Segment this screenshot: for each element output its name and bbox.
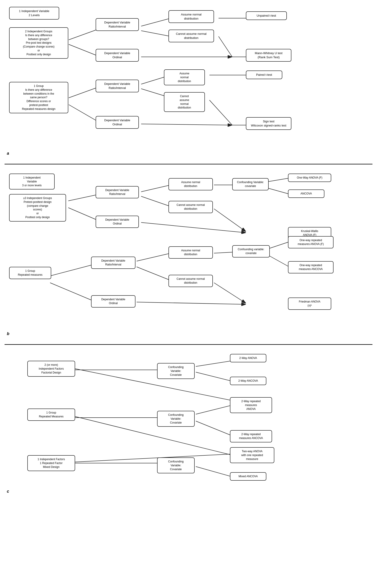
svg-line-26 [50,265,93,276]
svg-line-29 [137,267,171,281]
svg-line-38 [196,372,232,381]
two-way-rm-anova-box: 2-Way repeatedmeasuresANOVA [230,397,272,413]
svg-line-45 [196,466,232,477]
cannot-norm-b1-box: Cannot assume normaldistribution [168,201,213,213]
conf-var-c3-box: ConfoundingVariable:Covariate [157,457,195,473]
unpaired-t-box: Unpaired t-test [246,11,287,20]
cannot-norm-b2-box: Cannot assume normaldistribution [168,275,213,287]
svg-line-23 [141,223,246,233]
svg-line-5 [219,36,232,57]
one-way-rm-ancova-box: One-way repeatedmeasures ANCOVA [288,261,333,273]
group1-rm-box: 1 GroupRepeated measures [9,267,51,279]
one-way-rm-anova-box: One-way repeatedmeasures ANOVA (F) [288,236,333,249]
svg-line-46 [75,454,232,462]
conf-var-c1-box: ConfoundingVariable:Covariate [157,363,195,379]
svg-line-37 [196,361,232,366]
dep-var-ratio-b2-box: Dependent VariableRatio/Interval [91,257,135,269]
iv2levels-box: 1 Independent Variable2 Levels [9,7,59,20]
mixed-ancova-box: Mixed ANCOVA [230,472,266,481]
one-way-anova-box: One-Way ANOVA (F) [288,174,331,182]
svg-line-41 [196,421,232,436]
iv1-box: 1 IndependentVariable3 or more levels [9,174,55,190]
assume-norm1-box: Assume normaldistribution [168,10,214,23]
two-way-rm-ancova-box: 2-Way repeatedmeasures ANCOVA [230,430,272,442]
section-b: 1 IndependentVariable3 or more levels ≥3… [5,171,372,335]
ancova1-box: ANCOVA [288,190,324,198]
dep-var-ratio1-box: Dependent VariableRatio/interval [96,18,139,31]
dep-var-ord-b1-box: Dependent VariableOrdinal [96,216,139,228]
assume-norm-b1-box: Assume normaldistribution [168,178,213,190]
svg-line-27 [50,283,93,301]
cannot-norm2-box: Cannotassumenormaldistribution [164,92,205,112]
svg-line-43 [75,369,232,401]
svg-line-20 [141,196,171,206]
factors2-box: 2 (or more)Independent FactorsFactorial … [27,361,75,377]
svg-line-14 [141,124,232,125]
divider-ab [5,164,372,164]
svg-line-24 [269,178,289,181]
svg-line-13 [210,100,232,125]
factors1rm-box: 1 Independent Factors1 Repeated FactorMi… [27,455,75,471]
dep-var-ord-b2-box: Dependent VariableOrdinal [91,295,135,307]
svg-line-19 [141,185,171,192]
svg-line-28 [137,253,171,261]
group1-rm2-box: 1 GroupRepeated Measures [27,408,75,421]
dep-var-ord1-box: Dependent VariableOrdinal [96,49,139,62]
svg-line-30 [214,252,235,253]
two-way-ancova-box: 2-Way ANCOVA [230,377,266,385]
svg-line-40 [196,405,232,414]
svg-line-0 [69,28,100,40]
svg-line-44 [75,417,232,455]
svg-line-2 [141,18,171,26]
svg-line-3 [141,31,171,36]
svg-line-34 [269,255,289,267]
dep-var-ord2-box: Dependent VariableOrdinal [96,116,139,129]
cannot-norm1-box: Cannot assume normaldistribution [168,30,214,42]
section-a: 1 Independent Variable2 Levels 2 Indepen… [5,5,372,155]
svg-line-17 [68,194,100,201]
groups2-box: 2 Independent GroupsIs there any differe… [9,27,68,59]
two-way-anova-one-rm-box: Two-way ANOVAwith one repeatedmeausure [230,447,274,463]
group1-box: 1 GroupIs there any differencebetween co… [9,82,68,113]
conf-var-b1-box: Confounding Variable:covariate [232,178,269,190]
sign-test-box: Sign testWilcoxon signed-ranks test [246,117,291,130]
section-c: 2 (or more)Independent FactorsFactorial … [5,352,372,493]
svg-line-22 [214,209,246,232]
groups3plus-box: ≥3 Independent GroupsPretest-posttest de… [9,194,66,222]
section-a-label: a [7,151,9,156]
assume-norm-b2-box: Assume normaldistribution [168,246,213,259]
page: 1 Independent Variable2 Levels 2 Indepen… [0,0,377,506]
svg-line-31 [214,283,246,303]
conf-var-b2-box: Confounding variable:covariate [232,245,270,258]
svg-line-25 [269,188,289,194]
two-way-anova-box: 2-Way ANOVA [230,354,266,362]
section-b-label: b [7,331,9,336]
friedman-anova-box: Friedman ANOVA(x)² [288,297,331,310]
assume-norm2-box: Assumenormaldistribution [164,69,205,85]
paired-t-box: Paired t-test [246,70,282,79]
conf-var-c2-box: ConfoundingVariable:Covariate [157,411,195,427]
dep-var-ratio2-box: Dependent VariableRatio/interval [96,79,139,92]
svg-line-32 [137,302,246,304]
dep-var-ratio-b1-box: Dependent VariableRatio/Interval [96,186,139,198]
svg-line-33 [269,242,289,249]
svg-line-18 [68,208,100,221]
mann-whitney-box: Mann-Whitney U test(Rank Sum Test) [246,49,291,62]
divider-bc [5,344,372,345]
section-c-label: c [7,489,9,494]
